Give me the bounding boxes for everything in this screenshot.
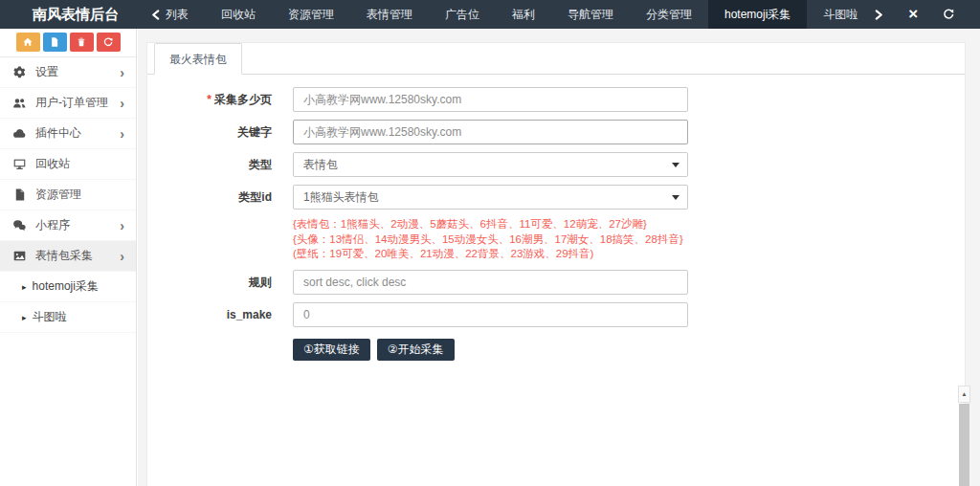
- home-icon: [22, 36, 33, 48]
- content-card: 最火表情包 *采集多少页 关键字 类型 表情包 类型i: [146, 42, 966, 486]
- type-select[interactable]: 表情包: [293, 152, 688, 177]
- form-row-keyword: 关键字: [147, 120, 965, 144]
- tab-bar: 最火表情包: [147, 43, 965, 75]
- field-label: 类型id: [147, 185, 272, 210]
- clear-cache-icon: [102, 36, 114, 48]
- sidebar-item-label: 资源管理: [35, 187, 124, 203]
- page-count-input[interactable]: [293, 87, 688, 112]
- brand-title: 南风表情后台: [33, 6, 119, 24]
- field-label: *采集多少页: [147, 87, 272, 112]
- sidebar-item-plugins[interactable]: 插件中心 ›: [0, 119, 136, 149]
- scrollbar-thumb[interactable]: [959, 404, 969, 486]
- chevron-right-icon: ›: [120, 98, 124, 109]
- sidebar-item-miniprogram[interactable]: 小程序 ›: [0, 210, 136, 241]
- hint-line: {头像：13情侣、14动漫男头、15动漫女头、16潮男、17潮女、18搞笑、28…: [293, 232, 965, 248]
- field-label: 关键字: [147, 120, 272, 144]
- form-row-page-count: *采集多少页: [147, 87, 965, 112]
- is-make-input[interactable]: [293, 302, 688, 327]
- nav-item-welfare[interactable]: 福利: [496, 0, 551, 29]
- chevron-down-icon: [672, 195, 679, 200]
- chevron-right-icon: ›: [120, 220, 124, 232]
- rule-input[interactable]: [293, 270, 688, 295]
- form-row-is-make: is_make: [147, 302, 965, 327]
- sidebar-item-label: 设置: [35, 64, 120, 80]
- image-icon: [11, 249, 28, 263]
- type-id-hints: {表情包：1熊猫头、2动漫、5蘑菇头、6抖音、11可爱、12萌宠、27沙雕} {…: [293, 217, 965, 262]
- arrow-up-icon: ▲: [961, 390, 967, 397]
- hint-line: (壁纸：19可爱、20唯美、21动漫、22背景、23游戏、29抖音): [293, 247, 965, 262]
- top-navbar: 南风表情后台 列表 回收站 资源管理 表情管理 广告位 福利 导航管理 分类管理…: [0, 0, 980, 29]
- vertical-scrollbar[interactable]: ▲: [958, 386, 970, 486]
- field-label: is_make: [147, 302, 272, 327]
- chevron-right-icon: ›: [120, 251, 124, 262]
- chevron-right-icon[interactable]: [874, 9, 884, 21]
- sidebar-item-label: 用户-订单管理: [35, 95, 120, 111]
- sidebar-item-label: 回收站: [35, 156, 124, 172]
- nav-item-navigation[interactable]: 导航管理: [551, 0, 630, 29]
- nav-item-label: 列表: [166, 0, 189, 29]
- refresh-icon[interactable]: [942, 8, 955, 21]
- sidebar-item-user-orders[interactable]: 用户-订单管理 ›: [0, 88, 136, 119]
- field-label: 规则: [147, 270, 272, 295]
- sidebar-subitem-label: 斗图啦: [33, 309, 67, 325]
- form-row-rule: 规则: [147, 270, 965, 295]
- document-icon: [11, 188, 28, 202]
- type-id-select-value: 1熊猫头表情包: [303, 190, 379, 204]
- tab-hottest-emoji[interactable]: 最火表情包: [154, 43, 242, 75]
- nav-item-emoji-manage[interactable]: 表情管理: [350, 0, 429, 29]
- start-collect-button[interactable]: ②开始采集: [377, 339, 455, 361]
- sidebar-subitem-hotemoji[interactable]: ▸ hotemoji采集: [0, 272, 136, 302]
- nav-item-ads[interactable]: 广告位: [429, 0, 496, 29]
- field-label: 类型: [147, 152, 272, 177]
- gear-icon: [11, 65, 28, 79]
- sidebar-subitem-label: hotemoji采集: [33, 278, 99, 295]
- chat-icon: [11, 218, 28, 232]
- form-row-type-id: 类型id 1熊猫头表情包: [147, 185, 965, 210]
- navbar-menu: 列表 回收站 资源管理 表情管理 广告位 福利 导航管理 分类管理 hotemo…: [134, 0, 874, 29]
- nav-item-recycle[interactable]: 回收站: [205, 0, 272, 29]
- nav-item-list[interactable]: 列表: [134, 0, 205, 29]
- keyword-input[interactable]: [293, 120, 688, 144]
- hint-line: {表情包：1熊猫头、2动漫、5蘑菇头、6抖音、11可爱、12萌宠、27沙雕}: [293, 217, 965, 232]
- navbar-actions: × 欢迎, admin: [874, 0, 980, 30]
- sidebar-item-emoji-collect[interactable]: 表情包采集 ›: [0, 241, 136, 272]
- collect-form: *采集多少页 关键字 类型 表情包 类型id 1熊猫头表情包: [147, 75, 965, 361]
- sidebar-item-resources[interactable]: 资源管理: [0, 180, 136, 210]
- triangle-right-icon: ▸: [22, 282, 27, 292]
- close-icon[interactable]: ×: [908, 8, 918, 21]
- trash-icon: [76, 36, 87, 48]
- sidebar-item-settings[interactable]: 设置 ›: [0, 57, 136, 88]
- clear-cache-button[interactable]: [97, 33, 121, 52]
- nav-item-resources[interactable]: 资源管理: [272, 0, 350, 29]
- main-content: 最火表情包 *采集多少页 关键字 类型 表情包 类型i: [138, 29, 980, 486]
- triangle-right-icon: ▸: [22, 313, 27, 322]
- chevron-right-icon: ›: [120, 67, 124, 78]
- chevron-down-icon: [672, 163, 679, 167]
- type-select-value: 表情包: [303, 158, 338, 171]
- form-row-type: 类型 表情包: [147, 152, 965, 177]
- trash-button[interactable]: [70, 33, 94, 52]
- sidebar-item-recycle[interactable]: 回收站: [0, 149, 136, 180]
- users-icon: [11, 96, 28, 110]
- file-button[interactable]: [43, 33, 67, 52]
- nav-item-doutula[interactable]: 斗图啦: [807, 0, 874, 29]
- scroll-up-button[interactable]: ▲: [958, 386, 970, 403]
- sidebar-item-label: 小程序: [35, 217, 120, 233]
- sidebar-item-label: 表情包采集: [35, 248, 120, 264]
- nav-item-category[interactable]: 分类管理: [630, 0, 708, 29]
- chevron-right-icon: ›: [120, 128, 124, 140]
- file-icon: [49, 36, 60, 48]
- chevron-left-icon: [150, 9, 161, 21]
- sidebar-subitem-doutula[interactable]: ▸ 斗图啦: [0, 302, 136, 333]
- get-links-button[interactable]: ①获取链接: [293, 339, 370, 361]
- type-id-select[interactable]: 1熊猫头表情包: [293, 185, 688, 210]
- cloud-icon: [11, 126, 28, 141]
- sidebar: 设置 › 用户-订单管理 › 插件中心 ›: [0, 29, 137, 486]
- sidebar-item-label: 插件中心: [35, 125, 120, 142]
- home-button[interactable]: [16, 33, 40, 52]
- sidebar-quick-buttons: [0, 29, 136, 57]
- monitor-icon: [11, 157, 28, 171]
- required-mark: *: [207, 93, 212, 106]
- nav-item-hotemoji[interactable]: hotemoji采集: [708, 0, 807, 29]
- form-actions: ①获取链接 ②开始采集: [293, 339, 965, 361]
